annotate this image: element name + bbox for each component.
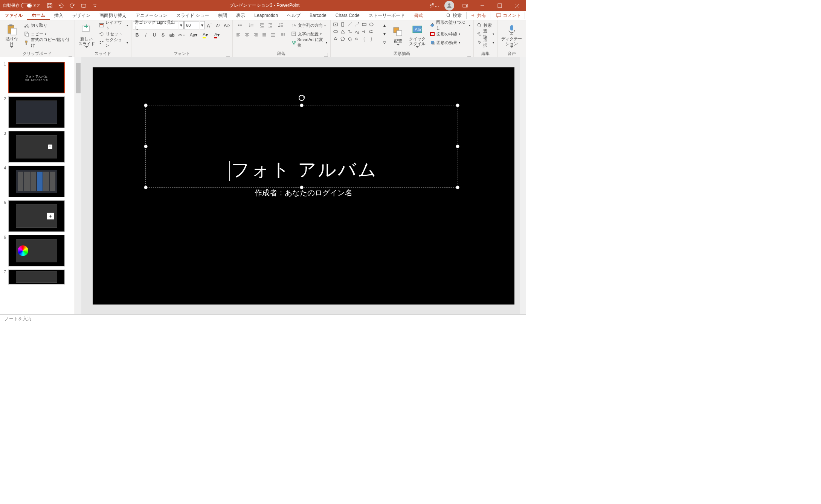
text-direction-button[interactable]: ↕A文字列の方向▾ — [290, 21, 329, 29]
shape-rbrace[interactable]: } — [368, 35, 375, 42]
clipboard-launcher[interactable] — [69, 53, 72, 56]
increase-font-button[interactable]: A↑ — [205, 21, 214, 29]
distribute-button[interactable] — [269, 31, 277, 39]
tab-barcode[interactable]: Barcode — [305, 11, 331, 20]
shape-star[interactable] — [332, 35, 339, 42]
tab-animations[interactable]: アニメーション — [131, 11, 172, 20]
thumb-scrollbar-thumb[interactable] — [76, 63, 81, 93]
paragraph-launcher[interactable] — [324, 53, 328, 56]
strikethrough-button[interactable]: S — [159, 31, 167, 39]
rotate-handle[interactable] — [298, 94, 305, 102]
shape-fill-button[interactable]: 図形の塗りつぶし▾ — [428, 21, 472, 29]
comments-button[interactable]: コメント — [492, 12, 525, 19]
shape-line[interactable] — [346, 21, 353, 28]
redo-button[interactable] — [67, 0, 78, 11]
justify-button[interactable] — [260, 31, 269, 39]
select-button[interactable]: 選択▾ — [475, 38, 496, 47]
gallery-up[interactable]: ▴ — [380, 21, 389, 29]
tab-view[interactable]: 表示 — [232, 11, 250, 20]
save-button[interactable] — [44, 0, 55, 11]
tab-transitions[interactable]: 画面切り替え — [95, 11, 131, 20]
bold-button[interactable]: B — [133, 31, 141, 39]
shadow-button[interactable]: ab — [168, 31, 176, 39]
drawing-launcher[interactable] — [467, 53, 471, 56]
thumb-scrollbar[interactable] — [75, 57, 81, 314]
change-case-button[interactable]: Aa▾ — [188, 31, 199, 39]
slide-canvas[interactable]: フォト アルバム 作成者：あなたのログイン名 — [93, 67, 514, 305]
font-launcher[interactable] — [226, 53, 230, 56]
layout-button[interactable]: レイアウト▾ — [98, 21, 130, 29]
tab-home[interactable]: ホーム — [27, 11, 50, 20]
draw-tab-overflow[interactable]: 描… — [427, 2, 442, 9]
handle-tl[interactable] — [144, 104, 148, 107]
shape-effects-button[interactable]: 図形の効果▾ — [428, 38, 472, 47]
tab-review[interactable]: 校閲 — [214, 11, 232, 20]
paste-button[interactable]: 貼り付け — [2, 21, 22, 50]
undo-button[interactable] — [56, 0, 66, 11]
shape-roundrect[interactable] — [332, 28, 339, 35]
shape-vtextbox[interactable] — [339, 21, 346, 28]
italic-button[interactable]: I — [142, 31, 150, 39]
decrease-font-button[interactable]: A↓ — [214, 21, 222, 29]
align-center-button[interactable] — [243, 31, 251, 39]
quick-styles-button[interactable]: Abc クイック スタイル — [407, 21, 427, 50]
tab-design[interactable]: デザイン — [68, 11, 95, 20]
tab-slideshow[interactable]: スライド ショー — [172, 11, 214, 20]
font-name-dropdown[interactable]: ▾ — [179, 21, 184, 29]
shape-callout[interactable] — [346, 35, 353, 42]
user-avatar[interactable] — [444, 1, 454, 11]
thumb-slide-7[interactable] — [8, 270, 65, 285]
clear-formatting-button[interactable]: A◇ — [223, 21, 231, 29]
handle-tr[interactable] — [456, 104, 459, 107]
align-left-button[interactable] — [234, 31, 243, 39]
columns-button[interactable] — [278, 31, 289, 39]
increase-indent-button[interactable] — [266, 21, 275, 29]
tab-file[interactable]: ファイル — [0, 11, 27, 20]
tab-insert[interactable]: 挿入 — [50, 11, 68, 20]
thumb-slide-3[interactable] — [8, 131, 65, 163]
shape-rect[interactable] — [361, 21, 368, 28]
shape-elbow[interactable] — [346, 28, 353, 35]
line-spacing-button[interactable] — [275, 21, 286, 29]
shape-oval[interactable] — [368, 21, 375, 28]
highlight-button[interactable]: A▾ — [200, 31, 211, 39]
maximize-button[interactable] — [491, 0, 508, 11]
font-size-dropdown[interactable]: ▾ — [200, 21, 205, 29]
qat-customize[interactable] — [90, 0, 100, 11]
arrange-button[interactable]: 配置 — [390, 21, 406, 50]
shape-outline-button[interactable]: 図形の枠線▾ — [428, 30, 472, 38]
underline-button[interactable]: U — [150, 31, 159, 39]
dictate-button[interactable]: ディクテー ション — [499, 21, 524, 50]
tab-format[interactable]: 書式 — [409, 11, 427, 20]
close-button[interactable] — [508, 0, 526, 11]
handle-tm[interactable] — [300, 104, 304, 107]
shape-lbrace[interactable]: { — [361, 35, 368, 42]
numbering-button[interactable]: 12 — [246, 21, 257, 29]
cut-button[interactable]: 切り取り — [23, 21, 73, 29]
char-spacing-button[interactable]: AV↔ — [176, 31, 188, 39]
slide-subtitle-text[interactable]: 作成者：あなたのログイン名 — [93, 188, 514, 198]
thumb-slide-6[interactable] — [8, 235, 65, 266]
start-from-beginning-button[interactable] — [78, 0, 89, 11]
thumb-slide-5[interactable]: + — [8, 200, 65, 232]
handle-ml[interactable] — [144, 145, 148, 148]
autosave-toggle-switch[interactable] — [21, 3, 32, 8]
section-button[interactable]: セクション▾ — [98, 38, 130, 47]
shape-gallery[interactable]: A { } — [332, 21, 379, 42]
shape-block-arrow[interactable] — [368, 28, 375, 35]
ribbon-display-options[interactable] — [456, 0, 474, 11]
font-name-input[interactable]: 游ゴシック Light 見出し — [133, 21, 178, 29]
shape-textbox[interactable]: A — [332, 21, 339, 28]
shape-arrow-line[interactable] — [354, 21, 360, 28]
shape-cloud[interactable] — [354, 35, 360, 42]
format-painter-button[interactable]: 書式のコピー/貼り付け — [23, 38, 73, 47]
slide-title-text[interactable]: フォト アルバム — [93, 158, 514, 182]
shape-pentagon[interactable] — [339, 35, 346, 42]
slide-editor[interactable]: フォト アルバム 作成者：あなたのログイン名 — [81, 57, 526, 314]
tab-charscode[interactable]: Chars Code — [331, 11, 364, 20]
align-right-button[interactable] — [252, 31, 260, 39]
thumb-slide-1[interactable]: フォト アルバム 作成：あなたのログイン名 — [8, 62, 65, 93]
tell-me-search[interactable]: 検索 — [442, 11, 465, 20]
minimize-button[interactable] — [474, 0, 491, 11]
smartart-button[interactable]: SmartArt に変換▾ — [290, 38, 329, 47]
